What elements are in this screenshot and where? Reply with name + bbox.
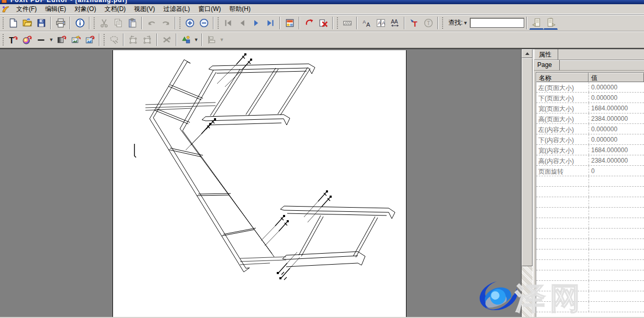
toolbar-drag-handle[interactable] [336,17,338,29]
first-page-button[interactable] [221,16,235,30]
empty-row [536,260,644,270]
menu-help[interactable]: 帮助(H) [225,4,255,15]
scrollbar-track[interactable] [522,266,533,317]
toolbar-drag-handle[interactable] [179,17,181,29]
open-folder-icon [22,18,32,28]
menu-window[interactable]: 窗口(W) [194,4,225,15]
prev-view-button[interactable] [529,16,544,30]
menu-object[interactable]: 对象(O) [70,4,100,15]
rotate-object-left-button[interactable] [126,33,140,47]
property-value[interactable]: 0.000000 [589,124,644,134]
new-document-button[interactable] [6,16,20,30]
empty-row [536,218,644,229]
svg-text:A: A [382,20,385,26]
empty-row [536,291,644,302]
tab-page[interactable]: Page [534,60,560,70]
lasso-select-button[interactable] [107,33,121,47]
paste-button[interactable] [125,16,139,30]
align-icon [207,35,217,44]
copy-button[interactable] [111,16,125,30]
open-file-button[interactable] [20,16,34,30]
delete-object-button[interactable] [160,33,174,47]
text-orientation-button[interactable]: T [421,16,435,30]
menu-view[interactable]: 视图(V) [130,4,159,15]
scrollbar-thumb[interactable] [522,58,533,266]
replace-image-icon [85,35,95,44]
scroll-up-button[interactable] [522,49,533,58]
last-page-button[interactable] [263,16,277,30]
property-value[interactable]: 1684.000000 [589,103,644,113]
redo-button[interactable] [159,16,173,30]
last-page-icon [266,18,275,28]
property-row: 左(内容大小) 0.000000 [536,124,644,134]
menu-filter[interactable]: 过滤器(L) [159,4,194,15]
save-floppy-icon [37,18,46,28]
document-page[interactable] [112,50,406,317]
property-name: 页面旋转 [536,166,589,176]
property-row: 高(页面大小) 2384.000000 [536,113,644,124]
toolbar-drag-handle[interactable] [103,34,105,46]
font-size-button[interactable]: AA [374,16,388,30]
vertical-scrollbar[interactable] [521,49,533,317]
property-value[interactable]: 0 [589,166,644,176]
menu-edit[interactable]: 编辑(E) [41,4,70,15]
line-style-button[interactable] [34,33,48,47]
next-view-button[interactable] [544,16,558,30]
save-button[interactable] [34,16,48,30]
property-value[interactable]: 0.000000 [589,93,644,103]
rotate-page-button[interactable] [302,16,316,30]
page-thumbnails-button[interactable] [283,16,297,30]
next-page-button[interactable] [249,16,263,30]
delete-page-icon [319,18,328,28]
char-spacing-button[interactable]: AA [388,16,402,30]
panel-tab-row: Page [534,60,644,71]
property-value[interactable]: 2384.000000 [589,155,644,165]
align-dropdown-caret-icon[interactable]: ▼ [219,33,225,47]
toolbar-drag-handle[interactable] [93,17,95,29]
canvas-area[interactable] [0,49,521,317]
edit-text-icon: T [8,35,18,44]
rotate-object-right-button[interactable] [140,33,154,47]
property-value[interactable]: 0.000000 [589,82,644,92]
shapes-icon [182,35,191,44]
svg-text:A: A [366,21,370,27]
replace-image-button[interactable] [83,33,97,47]
find-dropdown-caret-icon[interactable]: ▼ [463,20,468,26]
zoom-out-button[interactable] [197,16,211,30]
property-value[interactable]: 0.000000 [589,134,644,144]
empty-row [536,187,644,197]
font-replace-button[interactable]: AA [359,16,374,30]
line-style-dropdown-caret-icon[interactable]: ▼ [48,33,54,47]
toolbar-drag-handle[interactable] [217,17,219,29]
insert-shapes-button[interactable] [179,33,193,47]
empty-row [536,302,644,312]
property-value[interactable]: 2384.000000 [589,113,644,123]
menu-document[interactable]: 文档(D) [100,4,130,15]
find-input[interactable] [470,18,524,28]
property-value[interactable]: 1684.000000 [589,145,644,155]
property-name: 宽(内容大小) [536,145,589,155]
edit-shading-button[interactable] [54,33,69,47]
print-button[interactable] [53,16,67,30]
prev-page-button[interactable] [235,16,249,30]
toolbar-drag-handle[interactable] [442,17,444,29]
edit-image-button[interactable] [69,33,83,47]
align-objects-button[interactable] [205,33,219,47]
cut-button[interactable] [97,16,111,30]
zoom-in-button[interactable] [183,16,197,30]
delete-page-button[interactable] [316,16,330,30]
menu-file[interactable]: 文件(F) [12,4,41,15]
toolbar-drag-handle[interactable] [2,17,4,29]
empty-row [536,208,644,218]
toolbar-drag-handle[interactable] [2,34,4,46]
undo-button[interactable] [144,16,159,30]
app-window-icon [2,0,7,3]
insert-text-button[interactable]: T [407,16,421,30]
edit-color-button[interactable] [20,33,34,47]
panel-title: 属性 [534,49,558,60]
edit-text-button[interactable]: T [6,33,20,47]
info-button[interactable] [73,16,87,30]
shapes-dropdown-caret-icon[interactable]: ▼ [193,33,199,47]
empty-row [536,281,644,291]
hatch-tool-button[interactable] [340,16,354,30]
